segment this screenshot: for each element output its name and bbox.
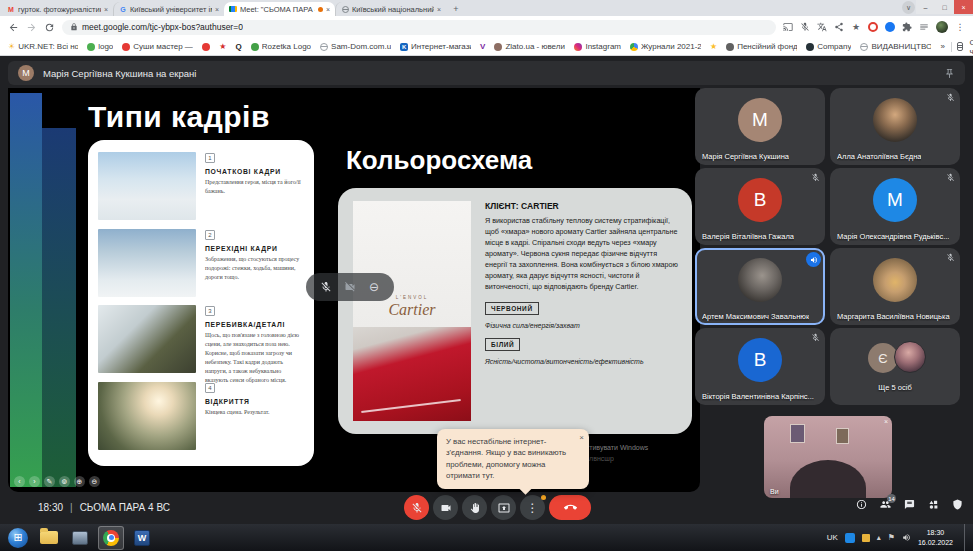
host-controls-shield-icon[interactable] xyxy=(952,499,963,510)
next-slide-icon[interactable]: › xyxy=(29,476,40,487)
tooltip-close-icon[interactable]: × xyxy=(579,432,584,444)
show-desktop-button[interactable] xyxy=(964,524,970,551)
participant-tile[interactable]: В Валерія Віталіївна Гажала xyxy=(695,168,825,245)
volume-icon[interactable] xyxy=(902,533,911,542)
pen-icon[interactable]: ✎ xyxy=(44,476,55,487)
bookmark-star2[interactable]: ★ xyxy=(710,43,717,51)
prev-slide-icon[interactable]: ‹ xyxy=(14,476,25,487)
windows-start-icon: ⊞ xyxy=(8,528,28,548)
dot-icon xyxy=(122,43,130,51)
people-count-badge: 14 xyxy=(887,494,896,503)
tray-app-icon-2[interactable] xyxy=(862,534,870,542)
info-icon[interactable] xyxy=(856,499,867,510)
explorer-taskbar-button[interactable] xyxy=(36,526,62,550)
forward-icon[interactable] xyxy=(26,22,37,33)
people-icon[interactable]: 14 xyxy=(880,499,891,510)
bookmark-sushi[interactable]: Суши мастер — за... xyxy=(122,42,193,51)
participant-tile[interactable]: Маргарита Василіївна Новицька xyxy=(830,248,960,325)
participant-tile-speaking[interactable]: Артем Максимович Завальнюк xyxy=(695,248,825,325)
camera-button[interactable] xyxy=(433,495,458,520)
word-taskbar-button[interactable]: W xyxy=(129,526,155,550)
reload-icon[interactable] xyxy=(44,22,55,33)
tab-university[interactable]: G Київський університет імені Бор × xyxy=(113,2,224,16)
url-field[interactable]: meet.google.com/tjc-ybpx-bos?authuser=0 xyxy=(62,20,776,35)
tray-app-icon[interactable] xyxy=(845,533,855,543)
tab-search-chevron-icon[interactable]: ∨ xyxy=(902,1,915,14)
share-icon[interactable] xyxy=(834,22,844,32)
extension-blue-icon[interactable] xyxy=(885,22,895,32)
cast-icon[interactable] xyxy=(783,22,793,32)
camera-off-icon[interactable] xyxy=(344,281,356,293)
bookmark-shop[interactable]: KИнтернет-магазин... xyxy=(400,42,471,51)
mic-off-icon[interactable] xyxy=(320,281,332,293)
zoom-in-icon[interactable]: ⊕ xyxy=(74,476,85,487)
tab-close-icon[interactable]: × xyxy=(104,6,108,13)
bookmark-red[interactable] xyxy=(202,43,210,51)
mic-button[interactable] xyxy=(404,495,429,520)
present-button[interactable] xyxy=(491,495,516,520)
bookmark-instagram[interactable]: Instagram xyxy=(574,42,621,51)
end-call-button[interactable] xyxy=(549,495,591,520)
window-minimize-button[interactable]: – xyxy=(916,0,935,14)
mic-blocked-icon[interactable] xyxy=(800,22,810,32)
bookmark-rozetka[interactable]: Rozetka Logo xyxy=(251,42,311,51)
bookmark-pension[interactable]: Пенсійний фонд У... xyxy=(726,42,797,51)
laser-icon[interactable]: ⊚ xyxy=(59,476,70,487)
clock-date: 16.02.2022 xyxy=(918,538,953,547)
new-tab-button[interactable]: + xyxy=(450,3,462,15)
chat-icon[interactable] xyxy=(904,499,915,510)
bookmark-samdom[interactable]: Sam-Dom.com.ua... xyxy=(320,42,391,51)
reading-list-label[interactable]: Список читання xyxy=(969,38,973,56)
translate-icon[interactable] xyxy=(817,22,827,32)
bookmark-q[interactable]: Q xyxy=(235,43,241,51)
start-button[interactable]: ⊞ xyxy=(5,526,31,550)
tray-clock[interactable]: 18:30 16.02.2022 xyxy=(918,528,953,547)
bookmark-company[interactable]: Company xyxy=(806,42,851,51)
close-icon[interactable]: × xyxy=(884,418,888,425)
raise-hand-button[interactable] xyxy=(462,495,487,520)
extensions-puzzle-icon[interactable] xyxy=(902,22,912,32)
more-options-button[interactable]: ⋮ xyxy=(520,495,545,520)
zoom-out-icon[interactable]: ⊖ xyxy=(89,476,100,487)
tab-knu[interactable]: Київський національний універ × xyxy=(335,2,446,16)
bookmark-star[interactable]: ★ xyxy=(219,43,226,51)
bookmark-v[interactable]: V xyxy=(480,43,485,51)
bookmarks-overflow-icon[interactable]: » xyxy=(940,42,944,51)
bookmark-drive[interactable]: Журнали 2021-2022 xyxy=(630,42,701,51)
bookmark-vydavnytstvo[interactable]: ВИДАВНИЦТВО ЛЕ... xyxy=(860,42,931,51)
participant-tile[interactable]: В Вікторія Валентинівна Карпінс... xyxy=(695,328,825,405)
tab-gmail[interactable]: M гурток. фотожурналістика - t.u × xyxy=(2,2,113,16)
browser-menu-icon[interactable]: ⋮ xyxy=(955,22,965,32)
magnifier-icon: Q xyxy=(235,43,241,51)
tab-close-icon[interactable]: × xyxy=(215,6,219,13)
window-maximize-button[interactable]: □ xyxy=(935,0,954,14)
bookmark-label: Журнали 2021-2022 xyxy=(641,42,701,51)
participant-tile[interactable]: М Марія Олександрівна Рудьківс... xyxy=(830,168,960,245)
chrome-taskbar-button[interactable] xyxy=(98,526,124,550)
language-indicator[interactable]: UK xyxy=(827,533,838,542)
participant-tile[interactable]: М Марія Сергіївна Кукшина xyxy=(695,88,825,165)
self-view-tile[interactable]: × Ви xyxy=(764,416,892,498)
tab-close-icon[interactable]: × xyxy=(326,6,330,13)
profile-avatar[interactable] xyxy=(936,21,948,33)
app-taskbar-button[interactable] xyxy=(67,526,93,550)
pin-icon[interactable] xyxy=(944,68,955,79)
participant-tile[interactable]: Алла Анатоліївна Бєдна xyxy=(830,88,960,165)
activities-icon[interactable] xyxy=(928,499,939,510)
reading-lines-icon[interactable] xyxy=(919,22,929,32)
bookmark-logo[interactable]: logo xyxy=(87,42,113,51)
extension-o-icon[interactable] xyxy=(868,22,878,32)
bookmark-star-icon[interactable]: ★ xyxy=(851,22,861,32)
more-people-tile[interactable]: Є Ще 5 осіб xyxy=(830,328,960,405)
network-flag-icon[interactable]: ⚑ xyxy=(888,534,895,542)
minimize-icon[interactable]: ⊖ xyxy=(368,281,380,293)
address-bar-icons: ★ ⋮ xyxy=(783,21,965,33)
bookmark-zlato[interactable]: Zlato.ua - ювелирн... xyxy=(494,42,565,51)
tray-up-arrow-icon[interactable]: ▴ xyxy=(877,534,881,542)
back-icon[interactable] xyxy=(8,22,19,33)
window-close-button[interactable]: × xyxy=(954,0,973,14)
tab-close-icon[interactable]: × xyxy=(437,6,441,13)
globe-icon xyxy=(320,43,328,51)
bookmark-ukrnet[interactable]: ☀UKR.NET: Всі нови... xyxy=(8,42,78,51)
tab-meet-active[interactable]: Meet: "СЬОМА ПАРА 4 ВС" × xyxy=(224,2,335,16)
